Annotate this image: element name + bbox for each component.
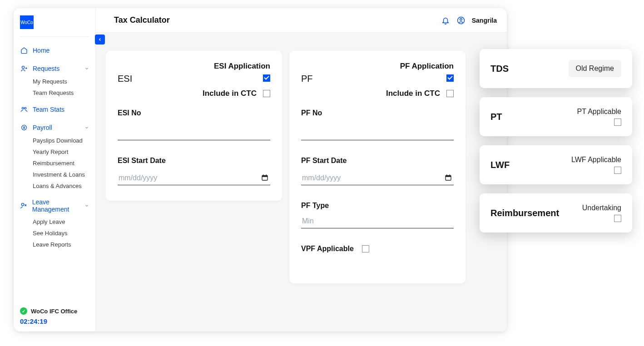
- svg-point-1: [22, 107, 24, 109]
- person-x-icon: [20, 202, 28, 210]
- calendar-icon[interactable]: [261, 174, 268, 181]
- sidebar-label: Requests: [33, 65, 59, 72]
- svg-point-0: [22, 66, 24, 69]
- collapse-sidebar-button[interactable]: [95, 35, 105, 44]
- tds-regime-button[interactable]: Old Regime: [569, 60, 621, 77]
- pf-type-input[interactable]: [301, 214, 454, 228]
- sidebar-label: Team Stats: [33, 106, 64, 113]
- sidebar-item-payroll[interactable]: Payroll: [14, 120, 95, 135]
- esi-no-label: ESI No: [118, 109, 270, 117]
- money-icon: [20, 124, 28, 132]
- svg-rect-10: [446, 175, 451, 177]
- esi-card: ESI ESI Application Include in CTC: [106, 51, 282, 201]
- person-plus-icon: [20, 64, 28, 73]
- vpf-checkbox[interactable]: [362, 245, 369, 252]
- office-name: WoCo IFC Office: [31, 308, 77, 315]
- esi-include-checkbox[interactable]: [263, 90, 270, 97]
- lwf-card: LWF LWF Applicable: [480, 145, 632, 184]
- sidebar-footer: ✓ WoCo IFC Office 02:24:19: [14, 307, 95, 325]
- sidebar-label: Payroll: [33, 124, 52, 131]
- pt-checkbox[interactable]: [614, 119, 621, 126]
- chevron-down-icon: [84, 125, 89, 130]
- esi-include-label: Include in CTC: [203, 89, 257, 98]
- esi-no-input[interactable]: [118, 126, 270, 140]
- sidebar-label: Home: [33, 47, 50, 54]
- lwf-label: LWF Applicable: [571, 156, 621, 164]
- clock: 02:24:19: [20, 317, 89, 325]
- reimbursement-checkbox[interactable]: [614, 215, 621, 222]
- reimbursement-label: Undertaking: [582, 204, 621, 212]
- sidebar-sub-team-requests[interactable]: Team Requests: [14, 87, 95, 99]
- svg-point-2: [25, 107, 26, 109]
- logo: WoCo: [20, 15, 34, 29]
- esi-title: ESI: [118, 74, 132, 84]
- pf-app-checkbox[interactable]: [446, 74, 454, 82]
- floating-stack: TDS Old Regime PT PT Applicable LWF LWF …: [480, 49, 632, 232]
- sidebar-sub-yearly-report[interactable]: Yearly Report: [14, 146, 95, 158]
- sidebar-item-home[interactable]: Home: [14, 43, 95, 58]
- sidebar-label: Leave Management: [32, 198, 84, 213]
- main-pane: Tax Calculator Sangrila ESI: [96, 8, 507, 331]
- sidebar-sub-loans-advances[interactable]: Loans & Advances: [14, 180, 95, 192]
- svg-rect-8: [262, 175, 268, 177]
- vpf-label: VPF Applicable: [301, 245, 354, 253]
- status-dot-icon: ✓: [20, 307, 27, 315]
- pf-title: PF: [301, 74, 313, 84]
- tds-title: TDS: [490, 64, 509, 74]
- tds-card: TDS Old Regime: [480, 49, 632, 88]
- divider: [20, 36, 89, 37]
- calendar-icon[interactable]: [445, 174, 452, 181]
- reimbursement-title: Reimbursement: [490, 208, 559, 218]
- svg-point-4: [22, 203, 24, 206]
- sidebar-sub-payslips[interactable]: Payslips Download: [14, 135, 95, 146]
- lwf-checkbox[interactable]: [614, 167, 621, 174]
- sidebar-item-team-stats[interactable]: Team Stats: [14, 102, 95, 117]
- sidebar-sub-apply-leave[interactable]: Apply Leave: [14, 216, 95, 227]
- pf-no-label: PF No: [301, 109, 454, 117]
- esi-app-label: ESI Application: [214, 62, 270, 71]
- pf-type-label: PF Type: [301, 202, 454, 210]
- sidebar-sub-investment-loans[interactable]: Investment & Loans: [14, 169, 95, 180]
- pt-title: PT: [490, 112, 502, 122]
- content-area: ESI ESI Application Include in CTC: [96, 33, 507, 331]
- user-name[interactable]: Sangrila: [472, 17, 497, 24]
- chevron-down-icon: [84, 66, 89, 71]
- pf-no-input[interactable]: [301, 126, 454, 140]
- chevron-down-icon: [84, 203, 89, 208]
- esi-start-date-input[interactable]: [118, 171, 270, 185]
- sidebar-item-requests[interactable]: Requests: [14, 61, 95, 76]
- bell-icon[interactable]: [441, 16, 450, 25]
- pf-start-label: PF Start Date: [301, 157, 454, 165]
- home-icon: [20, 46, 28, 54]
- app-window: WoCo Home Requests My Requests Team: [14, 8, 507, 331]
- pf-include-label: Include in CTC: [386, 89, 440, 98]
- people-icon: [20, 105, 28, 114]
- svg-point-6: [460, 18, 462, 20]
- sidebar-item-leave[interactable]: Leave Management: [14, 195, 95, 216]
- user-icon[interactable]: [456, 16, 466, 25]
- pf-app-label: PF Application: [400, 62, 454, 71]
- sidebar: WoCo Home Requests My Requests Team: [14, 8, 96, 331]
- sidebar-sub-my-requests[interactable]: My Requests: [14, 76, 95, 87]
- topbar: Tax Calculator Sangrila: [96, 8, 507, 33]
- page-title: Tax Calculator: [114, 15, 170, 25]
- sidebar-sub-leave-reports[interactable]: Leave Reports: [14, 239, 95, 250]
- reimbursement-card: Reimbursement Undertaking: [480, 193, 632, 232]
- pf-start-date-input[interactable]: [301, 171, 454, 185]
- lwf-title: LWF: [490, 160, 510, 170]
- pt-label: PT Applicable: [577, 108, 621, 116]
- esi-start-label: ESI Start Date: [118, 157, 270, 165]
- pf-card: PF PF Application Include in CTC: [289, 51, 466, 283]
- pt-card: PT PT Applicable: [480, 97, 632, 136]
- esi-app-checkbox[interactable]: [263, 74, 270, 82]
- sidebar-sub-reimbursement[interactable]: Reimbursement: [14, 158, 95, 169]
- pf-include-checkbox[interactable]: [446, 90, 454, 97]
- sidebar-sub-see-holidays[interactable]: See Holidays: [14, 227, 95, 239]
